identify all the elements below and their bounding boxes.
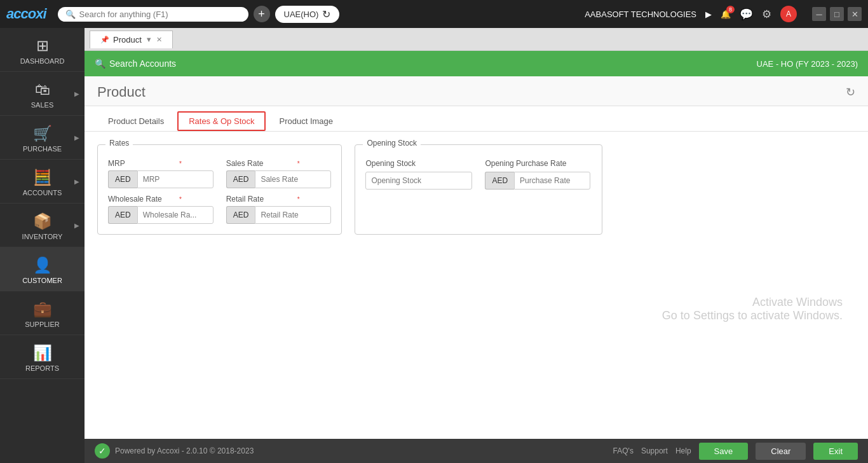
sidebar-item-inventory[interactable]: 📦 INVENTORY ▶: [0, 204, 85, 247]
tab-bar: 📌 Product ▼ ✕: [85, 28, 868, 51]
mrp-input[interactable]: [137, 170, 214, 188]
footer-logo: ✓: [95, 443, 110, 459]
main-layout: ⊞ DASHBOARD 🛍 SALES ▶ 🛒 PURCHASE ▶ 🧮 ACC…: [0, 28, 868, 463]
sidebar-item-reports[interactable]: 📊 REPORTS: [0, 335, 85, 379]
retail-rate-input[interactable]: [255, 206, 331, 224]
mrp-currency-btn[interactable]: AED: [108, 170, 137, 188]
page-header: 🔍 Search Accounts UAE - HO (FY 2023 - 20…: [85, 51, 868, 76]
chevron-right-icon: ▶: [74, 90, 79, 97]
page-content: Product ↻ Product Details Rates & Op Sto…: [85, 76, 868, 439]
settings-icon[interactable]: ⚙: [762, 8, 771, 21]
minimize-button[interactable]: ─: [812, 7, 826, 21]
tab-pin-icon: 📌: [100, 36, 109, 44]
purchase-rate-currency-btn[interactable]: AED: [485, 172, 514, 190]
tab-rates-op-stock[interactable]: Rates & Op Stock: [177, 111, 266, 131]
tab-label: Product: [113, 35, 142, 45]
sidebar-label-purchase: PURCHASE: [23, 145, 62, 153]
content-area: 📌 Product ▼ ✕ 🔍 Search Accounts UAE - HO…: [85, 28, 868, 463]
opening-stock-label: Opening Stock: [365, 159, 472, 168]
sidebar-label-supplier: SUPPLIER: [25, 321, 59, 328]
sales-rate-field: Sales Rate * AED: [226, 159, 332, 188]
company-info: UAE - HO (FY 2023 - 2023): [757, 59, 858, 69]
mrp-field: MRP * AED: [108, 159, 214, 188]
save-button[interactable]: Save: [699, 443, 749, 460]
tab-product-image[interactable]: Product Image: [268, 112, 344, 130]
add-button[interactable]: +: [254, 6, 270, 22]
help-link[interactable]: Help: [675, 446, 691, 455]
sales-rate-label: Sales Rate: [226, 159, 290, 168]
faq-link[interactable]: FAQ's: [613, 446, 634, 455]
sidebar-item-customer[interactable]: 👤 CUSTOMER: [0, 247, 85, 291]
sidebar-item-supplier[interactable]: 💼 SUPPLIER: [0, 291, 85, 335]
close-button[interactable]: ✕: [848, 7, 862, 21]
clear-button[interactable]: Clear: [756, 443, 806, 460]
sidebar-label-accounts: ACCOUNTS: [23, 189, 62, 197]
tab-product-image-label: Product Image: [279, 116, 333, 126]
form-content: Rates MRP * AED: [85, 132, 868, 348]
window-controls: ─ □ ✕: [812, 7, 862, 21]
accounts-icon: 🧮: [33, 169, 52, 186]
sidebar-label-sales: SALES: [31, 101, 53, 109]
dashboard-icon: ⊞: [36, 37, 49, 55]
sales-rate-currency-btn[interactable]: AED: [226, 170, 255, 188]
sales-rate-required: *: [297, 160, 300, 167]
rates-legend: Rates: [105, 139, 133, 148]
watermark-line2: Go to Settings to activate Windows.: [110, 309, 843, 322]
tab-product[interactable]: 📌 Product ▼ ✕: [90, 31, 173, 48]
sales-icon: 🛍: [35, 81, 50, 99]
sidebar-item-sales[interactable]: 🛍 SALES ▶: [0, 72, 85, 116]
powered-by: Powered by Accoxi - 2.0.10 © 2018-2023: [115, 446, 254, 455]
reports-icon: 📊: [33, 344, 52, 362]
search-bar[interactable]: 🔍: [58, 7, 248, 22]
footer-right: FAQ's Support Help Save Clear Exit: [613, 443, 858, 460]
footer-left: ✓ Powered by Accoxi - 2.0.10 © 2018-2023: [95, 443, 254, 459]
exit-button[interactable]: Exit: [813, 443, 858, 460]
tab-product-details-label: Product Details: [108, 116, 164, 126]
chat-icon[interactable]: 💬: [740, 8, 753, 21]
opening-stock-fieldset: Opening Stock Opening Stock Opening Purc…: [355, 144, 602, 235]
tab-close-icon[interactable]: ▼: [146, 36, 153, 43]
maximize-button[interactable]: □: [830, 7, 844, 21]
customer-icon: 👤: [33, 256, 52, 274]
tab-product-details[interactable]: Product Details: [97, 112, 175, 130]
chevron-right-icon: ▶: [74, 134, 79, 141]
sales-rate-input-group: AED: [226, 170, 332, 188]
company-full-name: AABASOFT TECHNOLOGIES: [585, 10, 696, 19]
wholesale-rate-required: *: [179, 196, 182, 203]
wholesale-rate-input[interactable]: [137, 206, 214, 224]
opening-stock-input[interactable]: [365, 172, 472, 190]
purchase-rate-input[interactable]: [514, 172, 590, 190]
sidebar: ⊞ DASHBOARD 🛍 SALES ▶ 🛒 PURCHASE ▶ 🧮 ACC…: [0, 28, 85, 463]
purchase-rate-input-group: AED: [485, 172, 592, 190]
company-selector[interactable]: UAE(HO) ↻: [275, 6, 340, 23]
sidebar-label-customer: CUSTOMER: [22, 277, 62, 284]
sidebar-label-dashboard: DASHBOARD: [20, 57, 65, 65]
footer: ✓ Powered by Accoxi - 2.0.10 © 2018-2023…: [85, 439, 868, 463]
close-icon[interactable]: ✕: [156, 36, 162, 44]
sidebar-item-accounts[interactable]: 🧮 ACCOUNTS ▶: [0, 160, 85, 204]
search-input[interactable]: [79, 10, 232, 19]
app-logo: accoxi: [6, 6, 46, 22]
avatar[interactable]: A: [780, 6, 797, 22]
retail-rate-required: *: [297, 196, 300, 203]
watermark: Activate Windows Go to Settings to activ…: [97, 283, 855, 335]
watermark-line1: Activate Windows: [110, 296, 843, 309]
rates-fieldset: Rates MRP * AED: [97, 144, 342, 235]
sales-rate-input[interactable]: [255, 170, 331, 188]
refresh-icon[interactable]: ↻: [322, 8, 330, 20]
opening-purchase-rate-label: Opening Purchase Rate: [485, 159, 592, 168]
support-link[interactable]: Support: [641, 446, 668, 455]
wholesale-rate-currency-btn[interactable]: AED: [108, 206, 137, 224]
mrp-input-group: AED: [108, 170, 214, 188]
header-search-accounts[interactable]: 🔍 Search Accounts: [95, 59, 176, 69]
sidebar-item-dashboard[interactable]: ⊞ DASHBOARD: [0, 28, 85, 72]
notification-icon[interactable]: 🔔 8: [721, 10, 731, 19]
mrp-required: *: [179, 160, 182, 167]
wholesale-rate-field: Wholesale Rate * AED: [108, 195, 214, 224]
refresh-button[interactable]: ↻: [846, 85, 855, 99]
sidebar-label-reports: REPORTS: [25, 364, 59, 372]
retail-rate-currency-btn[interactable]: AED: [226, 206, 255, 224]
sidebar-item-purchase[interactable]: 🛒 PURCHASE ▶: [0, 116, 85, 160]
inner-tabs: Product Details Rates & Op Stock Product…: [85, 106, 868, 132]
sidebar-label-inventory: INVENTORY: [22, 233, 63, 240]
